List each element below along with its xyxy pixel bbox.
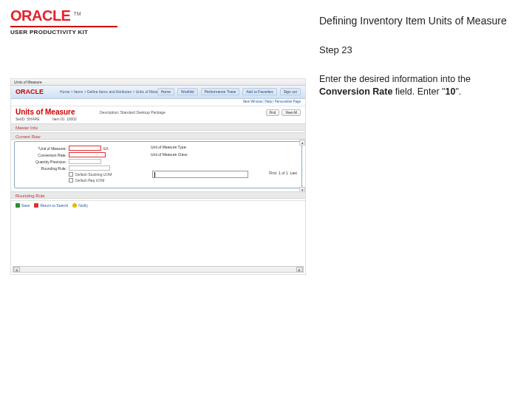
current-row-panel: *Unit of Measure: EA Conversion Rate: Qu… [14,141,302,188]
tab-perf[interactable]: Performance Trace [201,88,240,95]
form-action-bar: Save Return to Search Notify [11,200,305,209]
nav-last[interactable]: Last [290,171,297,175]
tab-home[interactable]: Home [157,88,174,95]
notify-button[interactable]: Notify [72,203,88,208]
save-button[interactable]: Save [16,203,30,208]
return-to-search-button[interactable]: Return to Search [34,203,68,208]
brand-divider [10,26,117,27]
panel-side-controls: ▴ ▾ [299,140,305,234]
oracle-logo-text: ORACLE [10,7,70,24]
instr-pre: Enter the desired information into the [319,74,471,84]
uom-value: EA [103,146,109,151]
sub-header: New Window | Help | Personalize Page [11,99,305,106]
nav-first[interactable]: First [269,171,276,175]
header-tabs: Home Worklist Performance Trace Add to F… [157,88,301,95]
tab-worklist[interactable]: Worklist [177,88,198,95]
rounding-rule-label: Rounding Rule: [18,166,66,171]
page-title: Units of Measure [16,108,75,116]
uom-class-label: Unit of Measure Class: [151,152,299,157]
mini-oracle-logo: ORACLE [16,88,44,95]
meta-setid: SetID: SHARE [16,117,40,121]
window-title: Units of Measure [14,80,42,84]
tab-signout[interactable]: Sign out [280,88,301,95]
convrate-left-label: Conversion Rate: [18,153,66,157]
notify-icon [72,203,77,208]
embedded-screenshot: Units of Measure ORACLE Home > Items > D… [10,78,306,275]
window-titlebar: Units of Measure [11,79,305,86]
row-nav: First 1 of 1 Last [269,171,297,175]
section-current-row: Current Row [11,132,305,140]
uom-label: *Unit of Measure: [18,146,66,151]
meta-itemid: Item ID: 10002 [52,117,77,121]
convrate-left-input[interactable] [69,152,106,157]
collapse-up-icon[interactable]: ▴ [299,140,305,146]
scroll-left-icon[interactable]: ◂ [13,267,20,272]
instr-mid: field. Enter " [392,86,445,97]
default-stocking-checkbox[interactable] [69,172,73,177]
section-rounding-rule: Rounding Rule [11,191,305,199]
default-stocking-label: Default Stocking UOM [75,172,112,177]
step-instruction: Enter the desired information into the C… [319,73,517,98]
app-header: ORACLE Home > Items > Define Items and A… [11,86,305,99]
qty-precision-input[interactable] [69,159,101,164]
default-req-checkbox[interactable] [69,178,73,183]
trademark-symbol: TM [73,11,81,16]
instr-value: 10 [445,86,455,97]
section-master-info: Master Info [11,123,305,131]
horizontal-scrollbar[interactable]: ◂ ▸ [13,266,304,273]
uom-input[interactable] [69,146,101,151]
page-heading-block: Units of Measure SetID: SHARE Item ID: 1… [11,106,305,123]
uom-type-label: Unit of Measure Type: [151,145,299,149]
topic-title: Defining Inventory Item Units of Measure [319,15,517,27]
conversion-rate-input[interactable] [152,171,248,178]
qty-precision-label: Quantity Precision: [18,160,66,164]
find-button[interactable]: Find [266,109,280,116]
default-req-label: Default Req UOM [75,178,104,183]
return-icon [34,203,38,208]
text-cursor-icon [154,172,155,177]
brand-block: ORACLE TM [10,7,310,24]
nav-count: 1 of 1 [279,171,288,175]
step-label: Step 23 [319,44,517,55]
subheader-links[interactable]: New Window | Help | Personalize Page [243,100,301,103]
tab-fav[interactable]: Add to Favorites [242,88,276,95]
rounding-rule-select[interactable] [69,166,110,171]
save-icon [16,203,20,208]
breadcrumb: Home > Items > Define Items and Attribut… [60,89,163,94]
instr-post: ". [455,86,461,97]
meta-description: Description: Standard Desktop Package [100,110,166,115]
upk-label: USER PRODUCTIVITY KIT [10,29,310,35]
viewall-button[interactable]: View All [282,109,301,116]
scroll-right-icon[interactable]: ▸ [296,267,303,272]
instr-field-name: Conversion Rate [319,86,392,97]
